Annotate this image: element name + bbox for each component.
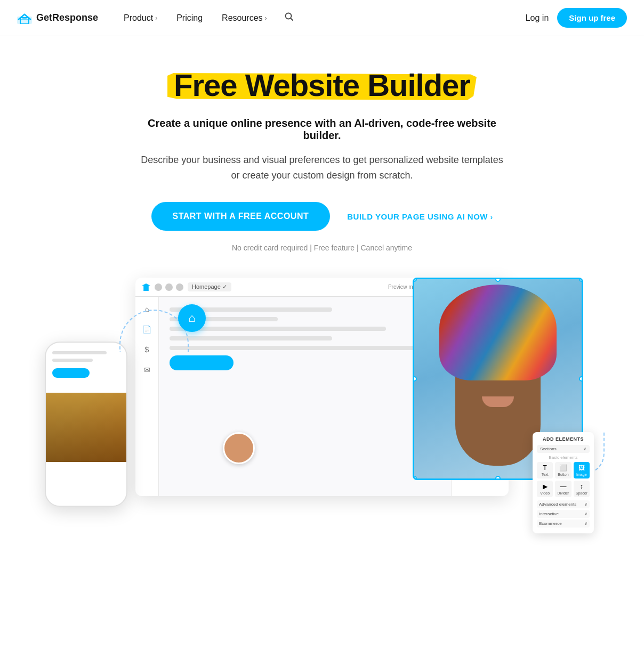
- search-button[interactable]: [278, 7, 300, 28]
- ae-el-button[interactable]: ⬜ Button: [555, 462, 571, 478]
- canvas-line-4: [170, 336, 332, 340]
- ae-el-divider[interactable]: — Divider: [555, 481, 571, 497]
- sidebar-email-icon[interactable]: ✉: [141, 364, 153, 376]
- builder-nav-icons: [155, 283, 183, 291]
- home-circle: ⌂: [178, 304, 206, 332]
- product-chevron-icon: ›: [155, 14, 157, 22]
- hero-subtitle-bold: Create a unique online presence with an …: [135, 117, 509, 142]
- mockup-area: ⌂ Homepage ✓ Preview mode Save & exit › …: [29, 278, 615, 507]
- nav-pricing[interactable]: Pricing: [168, 9, 211, 27]
- builder-tab[interactable]: Homepage ✓: [188, 282, 231, 291]
- ae-interactive[interactable]: Interactive ∨: [537, 510, 590, 518]
- nav-product[interactable]: Product ›: [115, 9, 166, 27]
- start-free-button[interactable]: START WITH A FREE ACCOUNT: [151, 202, 331, 231]
- svg-line-3: [291, 18, 293, 20]
- builder-canvas: [159, 297, 451, 496]
- phone-btn: [52, 368, 90, 378]
- login-link[interactable]: Log in: [526, 13, 549, 23]
- hero-subtitle: Describe your business and visual prefer…: [141, 152, 503, 183]
- hero-title: Free Website Builder: [174, 68, 470, 102]
- ae-basic-label: Basic elements: [537, 455, 590, 460]
- ae-elements-grid: T Text ⬜ Button 🖼 Image ▶ Video — Div: [537, 462, 590, 497]
- ae-ecommerce[interactable]: Ecommerce ∨: [537, 520, 590, 528]
- ae-el-spacer[interactable]: ↕ Spacer: [574, 481, 590, 497]
- ae-panel-title: ADD ELEMENTS: [537, 436, 590, 442]
- builder-nav-icon-2: [165, 283, 173, 291]
- phone-image: [46, 393, 126, 462]
- canvas-cta-button: [170, 355, 234, 370]
- resources-chevron-icon: ›: [265, 14, 267, 22]
- resize-handle-rm[interactable]: [579, 376, 583, 382]
- nav-resources[interactable]: Resources ›: [213, 9, 275, 27]
- ai-builder-link[interactable]: BUILD YOUR PAGE USING AI NOW ›: [347, 212, 493, 221]
- ae-el-video[interactable]: ▶ Video: [537, 481, 553, 497]
- ae-sections[interactable]: Sections ∨: [537, 445, 590, 453]
- ae-el-text[interactable]: T Text: [537, 462, 553, 478]
- builder-nav-icon-1: [155, 283, 162, 291]
- nav-right: Log in Sign up free: [526, 8, 627, 28]
- canvas-avatar: [223, 432, 255, 464]
- hero-title-wrapper: Free Website Builder: [174, 68, 470, 102]
- builder-nav-icon-3: [176, 283, 183, 291]
- builder-logo-icon: [142, 283, 150, 291]
- logo[interactable]: GetResponse: [17, 12, 98, 24]
- arrow-icon: ›: [490, 213, 493, 221]
- brand-name: GetResponse: [36, 12, 98, 23]
- canvas-line-5: [170, 346, 440, 350]
- signup-button[interactable]: Sign up free: [557, 8, 627, 28]
- nav-links: Product › Pricing Resources ›: [115, 7, 526, 28]
- hero-section: Free Website Builder Create a unique onl…: [0, 36, 644, 507]
- home-icon: ⌂: [188, 311, 195, 325]
- add-elements-panel: ADD ELEMENTS Sections ∨ Basic elements T…: [533, 432, 594, 533]
- phone-line-2: [52, 359, 93, 362]
- phone-mockup: [45, 342, 127, 507]
- phone-line-1: [52, 351, 107, 354]
- ae-advanced[interactable]: Advanced elements ∨: [537, 500, 590, 508]
- ae-el-image[interactable]: 🖼 Image: [574, 462, 590, 478]
- resize-handle-bm[interactable]: [495, 476, 501, 480]
- navbar: GetResponse Product › Pricing Resources …: [0, 0, 644, 36]
- hero-footnote: No credit card required | Free feature |…: [232, 244, 412, 252]
- hero-cta-row: START WITH A FREE ACCOUNT BUILD YOUR PAG…: [151, 202, 493, 231]
